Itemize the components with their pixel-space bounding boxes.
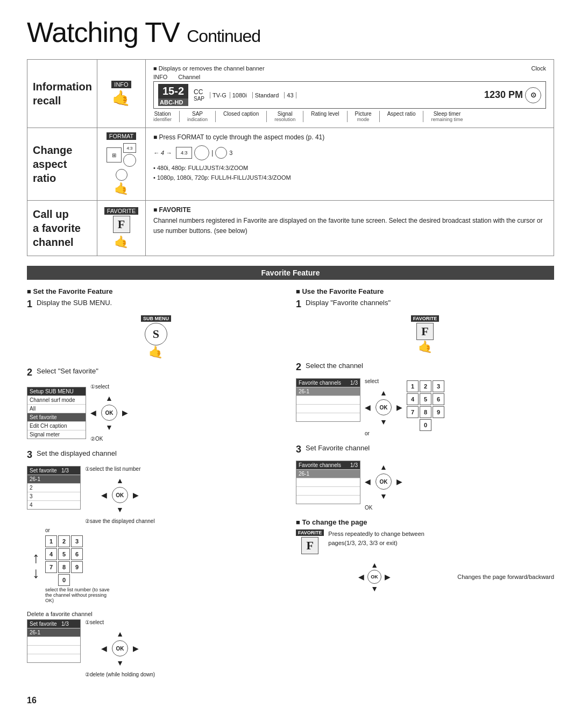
- use-fav-table3: Favorite channels1/3 26-1: [296, 461, 360, 504]
- page-title: Watching TV Continued: [27, 16, 554, 48]
- set-step3-text: Set the displayed channel: [37, 449, 117, 457]
- set-fav-row3: 3: [27, 492, 80, 500]
- hand-icon-5: 🤙: [418, 340, 433, 354]
- nav-down: ▼: [105, 423, 113, 432]
- call-up-label: Call up a favorite channel: [27, 201, 97, 256]
- delete-row3: [27, 645, 80, 654]
- bullet2: 1080p, 1080i, 720p: FULL/H-FILL/JUST/4:3…: [157, 174, 291, 181]
- delete-ann1: ①select: [85, 619, 155, 625]
- nav-right3: ▶: [133, 644, 139, 653]
- nav-down5: ▼: [380, 492, 387, 500]
- step3-or-label: or: [45, 527, 110, 533]
- nav-right5: ▶: [396, 477, 402, 486]
- picture-mode-label: Picture: [355, 111, 372, 117]
- ok-button5[interactable]: OK: [375, 473, 392, 490]
- ok-button3[interactable]: OK: [112, 640, 128, 656]
- ok-button2[interactable]: OK: [112, 487, 128, 503]
- set-step3: 3 Set the displayed channel Set favorite…: [27, 449, 285, 603]
- step2-nav: ①select ▲ ▼ ◀ ▶ OK ②OK: [90, 384, 128, 442]
- u-num1[interactable]: 1: [407, 380, 419, 392]
- aspect-box-1: 4:3: [176, 147, 192, 159]
- or-label2: or: [365, 430, 370, 436]
- delete-table: Set favorite 1/3 26-1: [27, 619, 81, 663]
- sub-menu-label: SUB MENU: [141, 315, 171, 322]
- u-num0[interactable]: 0: [420, 419, 431, 431]
- step2-ok-cluster: ▲ ▼ ◀ ▶ OK: [90, 394, 128, 432]
- step2-use-nav: select ▲ ▼ ◀ ▶ OK or: [365, 378, 402, 436]
- num9[interactable]: 9: [71, 561, 83, 573]
- num1[interactable]: 1: [45, 535, 57, 547]
- u-num4[interactable]: 4: [407, 393, 419, 405]
- u-num7[interactable]: 7: [407, 406, 419, 418]
- use-step3-ann: OK: [365, 505, 402, 511]
- rating-label: Rating level: [311, 111, 339, 117]
- nav-down3: ▼: [116, 659, 124, 667]
- aspect-pipe: |: [211, 149, 213, 157]
- u-num5[interactable]: 5: [420, 393, 431, 405]
- num3[interactable]: 3: [71, 535, 83, 547]
- use-step3: 3 Set Favorite channel Favorite channels…: [296, 444, 554, 511]
- nav-up: ▲: [105, 394, 113, 402]
- call-up-icon-area: FAVORITE F 🤙: [97, 201, 146, 256]
- nav-down4: ▼: [380, 418, 387, 426]
- change-page-fav-btn: FAVORITE F: [296, 529, 324, 554]
- fav-channels-header2: Favorite channels1/3: [296, 379, 360, 387]
- change-page-f-icon: F: [301, 537, 318, 554]
- nav-down2: ▼: [116, 505, 124, 514]
- menu-signal-meter: Signal meter: [27, 430, 86, 439]
- u-num2[interactable]: 2: [420, 380, 431, 392]
- bullet1: 480i, 480p: FULL/JUST/4:3/ZOOM: [157, 165, 248, 171]
- menu-set-favorite: Set favorite: [27, 413, 86, 421]
- aspect-43-icon: 4:3: [123, 143, 136, 153]
- fav-ch-row3-3: [296, 486, 360, 495]
- num2[interactable]: 2: [58, 535, 70, 547]
- num4[interactable]: 4: [45, 548, 57, 560]
- num-note: select the list number (to save the chan…: [45, 587, 110, 603]
- num0[interactable]: 0: [58, 574, 70, 586]
- call-up-favorite-row: Call up a favorite channel FAVORITE F 🤙 …: [27, 201, 554, 256]
- num-grid-set: 1 2 3 4 5 6 7 8 9 0: [45, 535, 110, 586]
- info-recall-content: ■ Displays or removes the channel banner…: [146, 60, 554, 128]
- main-sections-box: Information recall INFO 🤙 ■ Displays or …: [27, 59, 554, 256]
- change-page-desc2: Changes the page forward/backward: [457, 574, 554, 580]
- fav-ch-row4-3: [296, 495, 360, 504]
- use-step3-text: Set Favorite channel: [306, 444, 370, 452]
- set-step1-num: 1: [27, 299, 32, 310]
- num8[interactable]: 8: [58, 561, 70, 573]
- change-page-cluster: ▲ ▼ ◀ ▶ OK: [358, 561, 391, 593]
- ok-button6[interactable]: OK: [367, 570, 381, 584]
- set-step1-text: Display the SUB MENU.: [37, 299, 112, 307]
- fav-ch-row3-2: [296, 404, 360, 413]
- step3-nav: ①select the list number ▲ ▼ ◀ ▶ OK ②save…: [85, 466, 155, 524]
- ok-button[interactable]: OK: [101, 405, 117, 421]
- favorite-feature-bar: Favorite Feature: [27, 266, 554, 280]
- num-grid-use: 1 2 3 4 5 6 7 8 9 0: [407, 380, 444, 431]
- step3-ann1: ①select the list number: [85, 466, 155, 472]
- use-step2: 2 Select the channel Favorite channels1/…: [296, 362, 554, 436]
- favorite-two-col: ■ Set the Favorite Feature 1 Display the…: [27, 287, 554, 685]
- u-num8[interactable]: 8: [420, 406, 431, 418]
- change-page-content: FAVORITE F Press repeatedly to change be…: [296, 529, 554, 554]
- sap-label: SAP: [192, 111, 203, 117]
- banner-note: ■ Displays or removes the channel banner: [153, 65, 265, 72]
- u-num9[interactable]: 9: [433, 406, 444, 418]
- u-num6[interactable]: 6: [433, 393, 444, 405]
- delete-row1: 26-1: [27, 628, 80, 637]
- set-fav-row1: 26-1: [27, 475, 80, 483]
- closed-caption-label: Closed caption: [223, 111, 259, 117]
- nav-right4: ▶: [396, 403, 402, 412]
- u-num3[interactable]: 3: [433, 380, 444, 392]
- step2-annotation2: ②OK: [90, 436, 128, 442]
- num6[interactable]: 6: [71, 548, 83, 560]
- setup-sub-menu-table: Setup SUB MENU Channel surf mode All Set…: [27, 387, 86, 439]
- use-step3-cluster: ▲ ▼ ◀ ▶ OK: [365, 463, 402, 500]
- info-recall-label: Information recall: [27, 60, 97, 128]
- change-aspect-content: ■ Press FORMAT to cycle through the aspe…: [146, 128, 554, 200]
- signal-label: Signal: [278, 111, 293, 117]
- delete-ann2: ②delete (while holding down): [85, 672, 155, 677]
- ok-button4[interactable]: OK: [375, 399, 392, 415]
- num7[interactable]: 7: [45, 561, 57, 573]
- num5[interactable]: 5: [58, 548, 70, 560]
- use-step1-text: Display "Favorite channels": [306, 299, 391, 307]
- step3-or-area: ↑ ↓ or 1 2 3 4 5 6 7 8: [32, 527, 285, 603]
